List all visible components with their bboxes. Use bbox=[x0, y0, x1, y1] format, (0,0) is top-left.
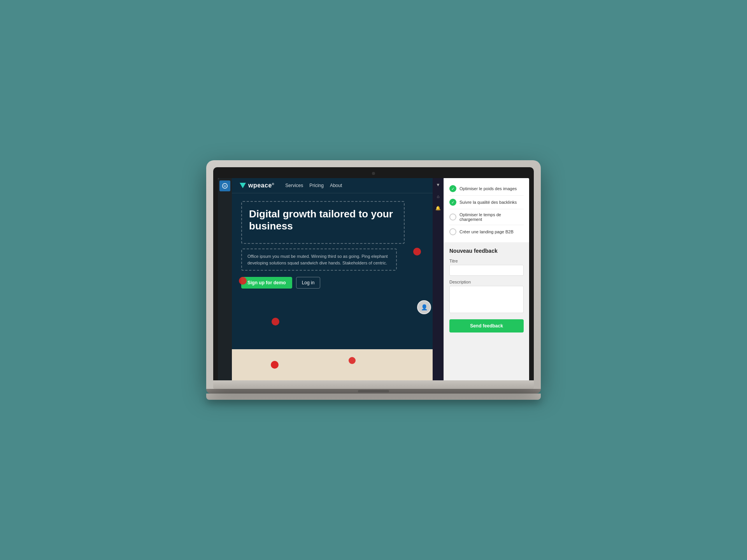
site-nav: wpeace® Services Pricing About bbox=[232, 178, 433, 193]
plugin-triangle-icon[interactable]: ▼ bbox=[434, 180, 442, 189]
send-feedback-button[interactable]: Send feedback bbox=[449, 319, 524, 332]
checklist-item-4: Créer une landing page B2B bbox=[449, 225, 524, 238]
signup-button[interactable]: Sign up for demo bbox=[241, 277, 292, 289]
laptop-base bbox=[206, 394, 541, 400]
avatar: 👤 bbox=[417, 300, 431, 314]
nav-services[interactable]: Services bbox=[285, 183, 303, 188]
camera bbox=[372, 172, 375, 175]
feedback-form: Nouveau feedback Titre Description Send … bbox=[444, 242, 529, 380]
description-textarea[interactable] bbox=[449, 286, 524, 313]
checklist-label-4: Créer une landing page B2B bbox=[459, 229, 514, 234]
hinge-notch bbox=[358, 390, 389, 392]
wp-sidebar: W bbox=[218, 178, 232, 380]
description-label: Description bbox=[449, 280, 524, 284]
laptop-hinge bbox=[206, 389, 541, 394]
hero-title-box: Digital growth tailored to your business bbox=[241, 201, 405, 244]
nav-links: Services Pricing About bbox=[285, 183, 342, 188]
annotation-dot-3 bbox=[272, 318, 279, 326]
wp-logo-icon[interactable]: W bbox=[219, 180, 230, 191]
check-circle-3 bbox=[449, 214, 456, 220]
screen-content: W wpeace® bbox=[218, 178, 529, 380]
logo-text: wpeace® bbox=[248, 182, 274, 189]
svg-text:W: W bbox=[224, 185, 226, 187]
checklist-label-2: Suivre la qualité des backlinks bbox=[459, 200, 517, 205]
check-circle-1: ✓ bbox=[449, 185, 456, 192]
annotation-dot-2 bbox=[239, 277, 247, 285]
checklist-label-1: Optimiser le poids des images bbox=[459, 186, 517, 191]
checklist-item-2: ✓ Suivre la qualité des backlinks bbox=[449, 196, 524, 209]
logo-triangle-icon bbox=[240, 183, 246, 188]
nav-about[interactable]: About bbox=[330, 183, 342, 188]
plugin-bell-icon[interactable]: 🔔 bbox=[434, 204, 442, 212]
title-input[interactable] bbox=[449, 265, 524, 276]
annotation-dot-bottom-1 bbox=[271, 361, 279, 369]
bottom-area bbox=[232, 349, 433, 380]
hero-title: Digital growth tailored to your business bbox=[249, 208, 397, 232]
screen-bezel: W wpeace® bbox=[213, 167, 534, 380]
check-circle-4 bbox=[449, 228, 456, 235]
plugin-toolbar: ▼ ⌂ 🔔 bbox=[433, 178, 444, 380]
checklist-item-1: ✓ Optimiser le poids des images bbox=[449, 182, 524, 196]
form-title: Nouveau feedback bbox=[449, 248, 524, 254]
hero-section: Digital growth tailored to your business… bbox=[232, 193, 433, 349]
feedback-panel: ✓ Optimiser le poids des images ✓ Suivre… bbox=[444, 178, 529, 380]
laptop-screen: W wpeace® bbox=[218, 178, 529, 380]
laptop-body: W wpeace® bbox=[206, 160, 541, 389]
hero-description: Office ipsum you must be muted. Winning … bbox=[247, 253, 391, 266]
laptop-bottom bbox=[213, 380, 534, 389]
plugin-home-icon[interactable]: ⌂ bbox=[434, 192, 442, 201]
hero-buttons: Sign up for demo Log in bbox=[241, 277, 423, 289]
website-area: wpeace® Services Pricing About bbox=[232, 178, 433, 380]
hero-desc-box: Office ipsum you must be muted. Winning … bbox=[241, 248, 397, 271]
title-label: Titre bbox=[449, 259, 524, 263]
login-button[interactable]: Log in bbox=[296, 277, 321, 289]
checklist-label-3: Optimiser le temps de chargement bbox=[459, 212, 524, 222]
annotation-dot-1 bbox=[413, 248, 421, 256]
site-logo: wpeace® bbox=[240, 182, 274, 189]
annotation-dot-bottom-2 bbox=[349, 357, 356, 364]
nav-pricing[interactable]: Pricing bbox=[309, 183, 324, 188]
checklist-item-3: Optimiser le temps de chargement bbox=[449, 209, 524, 225]
check-circle-2: ✓ bbox=[449, 199, 456, 206]
checklist: ✓ Optimiser le poids des images ✓ Suivre… bbox=[444, 178, 529, 242]
laptop-wrapper: W wpeace® bbox=[206, 160, 541, 400]
